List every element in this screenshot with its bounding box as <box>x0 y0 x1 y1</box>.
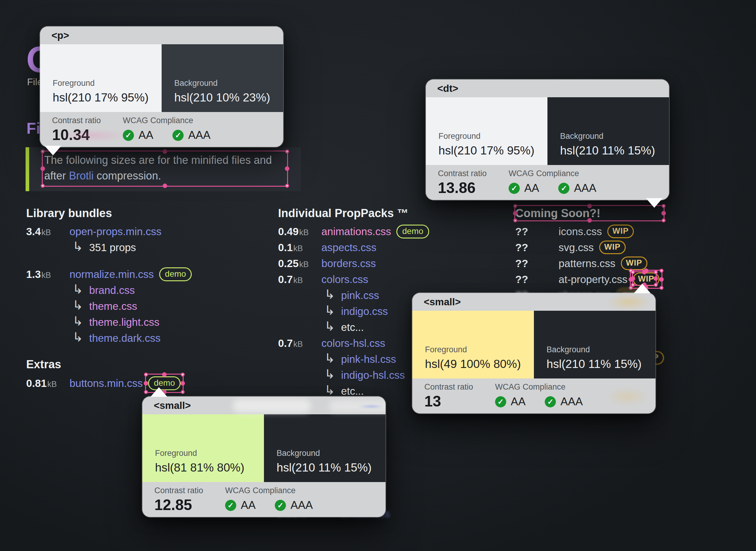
selection-handle[interactable] <box>144 390 148 394</box>
background-swatch: Background hsl(210 11% 15%) <box>547 97 669 165</box>
file-size: 3.4 <box>26 225 41 237</box>
file-size: 0.7 <box>278 273 293 285</box>
file-size-unit: kB <box>47 380 57 389</box>
foreground-swatch: Foreground hsl(49 100% 80%) <box>412 311 534 379</box>
contrast-tooltip-small-wip: <small> Foreground hsl(49 100% 80%) Back… <box>412 293 655 413</box>
file-size-unit: kB <box>293 244 303 253</box>
selection-handle[interactable] <box>628 277 633 282</box>
selection-handle[interactable] <box>162 372 167 377</box>
library-bundles-section: Library bundles 3.4kBopen-props.min.css↳… <box>26 207 237 346</box>
file-link[interactable]: pink-hsl.css <box>341 353 396 365</box>
file-link[interactable]: svg.css <box>559 241 594 253</box>
indent-arrow-icon: ↳ <box>324 319 335 334</box>
tooltip-footer: Contrast ratio 10.34 WCAG Compliance ✓AA… <box>40 112 283 147</box>
aa-label: AA <box>241 499 256 512</box>
file-size: 0.49 <box>278 225 299 237</box>
file-link[interactable]: open-props.min.css <box>70 225 161 237</box>
check-icon: ✓ <box>545 396 556 407</box>
tooltip-footer: Contrast ratio 13.86 WCAG Compliance ✓AA… <box>426 165 669 200</box>
foreground-swatch: Foreground hsl(81 81% 80%) <box>142 414 264 482</box>
badge-wrap: demo <box>159 267 192 281</box>
list-text: 351 props <box>89 241 136 253</box>
aaa-label: AAA <box>290 499 313 512</box>
file-size-unit: kB <box>299 260 309 269</box>
selection-handle[interactable] <box>659 277 664 282</box>
file-link[interactable]: theme.dark.css <box>89 332 160 344</box>
aa-label: AA <box>524 182 539 194</box>
selection-handle[interactable] <box>181 390 185 394</box>
list-item: ↳theme.light.css <box>26 314 237 330</box>
file-link[interactable]: patterns.css <box>559 257 615 269</box>
list-item: ??patterns.cssWIP <box>515 255 665 271</box>
file-link[interactable]: animations.css <box>321 225 391 237</box>
tooltip-footer: Contrast ratio 12.85 WCAG Compliance ✓AA… <box>142 482 386 517</box>
check-icon: ✓ <box>172 130 184 141</box>
check-icon: ✓ <box>558 183 569 194</box>
wip-badge: WIP <box>607 224 634 238</box>
brotli-link[interactable]: Brotli <box>69 169 94 182</box>
file-link[interactable]: borders.css <box>321 257 376 269</box>
file-link[interactable]: brand.css <box>89 284 135 296</box>
selection-handle[interactable] <box>181 381 185 385</box>
wip-badge: WIP <box>621 256 647 270</box>
selection-handle[interactable] <box>181 373 185 376</box>
frosted-blur-artifact <box>599 293 655 314</box>
contrast-ratio-value: 13 <box>424 393 495 410</box>
file-size-unit: kB <box>293 276 303 285</box>
list-item: ↳brand.css <box>26 282 237 298</box>
list-item: 1.3kBnormalize.min.cssdemo <box>26 266 237 282</box>
list-item: 3.4kBopen-props.min.css <box>26 223 237 239</box>
list-text: etc... <box>341 321 364 333</box>
list-item: 0.25kBborders.css <box>278 255 447 271</box>
file-link[interactable]: normalize.min.css <box>70 268 154 280</box>
tooltip-footer: Contrast ratio 13 WCAG Compliance ✓AA ✓A… <box>412 379 655 413</box>
file-link[interactable]: indigo.css <box>341 305 388 317</box>
background-swatch: Background hsl(210 10% 23%) <box>162 44 283 112</box>
frosted-blur-artifact <box>233 399 311 413</box>
file-link[interactable]: icons.css <box>559 225 602 237</box>
file-link[interactable]: colors.css <box>321 273 368 286</box>
file-link[interactable]: colors-hsl.css <box>321 337 385 349</box>
indent-arrow-icon: ↳ <box>73 330 83 345</box>
tooltip-header: <small> <box>412 293 655 311</box>
tooltip-header: <dt> <box>426 79 669 97</box>
file-link[interactable]: pink.css <box>341 290 379 302</box>
check-icon: ✓ <box>275 500 286 511</box>
list-item: ??icons.cssWIP <box>515 223 665 239</box>
foreground-value: hsl(81 81% 80%) <box>155 461 258 474</box>
file-link[interactable]: aspects.css <box>321 241 376 253</box>
file-link[interactable]: theme.css <box>89 300 137 312</box>
background-value: hsl(210 11% 15%) <box>277 461 380 474</box>
list-item: ↳351 props <box>26 239 237 255</box>
file-link[interactable]: theme.light.css <box>89 316 159 328</box>
check-icon: ✓ <box>123 130 134 141</box>
file-size-unit: kB <box>42 228 51 237</box>
background-value: hsl(210 11% 15%) <box>547 358 649 371</box>
tooltip-arrow-down <box>45 146 61 155</box>
indent-arrow-icon: ↳ <box>73 282 83 297</box>
badge-wrap: demo <box>396 224 429 238</box>
tooltip-arrow-up <box>634 284 651 293</box>
demo-badge[interactable]: demo <box>396 224 429 238</box>
file-size: 0.1 <box>278 241 293 253</box>
selection-handle[interactable] <box>144 381 148 385</box>
indent-arrow-icon: ↳ <box>324 303 335 318</box>
tooltip-header: <p> <box>40 26 283 44</box>
frosted-blur-artifact <box>353 405 386 408</box>
background-value: hsl(210 11% 15%) <box>560 144 663 157</box>
element-tag: <dt> <box>437 83 458 94</box>
aaa-label: AAA <box>560 395 583 408</box>
check-icon: ✓ <box>495 396 506 407</box>
background-swatch: Background hsl(210 11% 15%) <box>264 414 386 482</box>
file-link[interactable]: at-property.css <box>559 273 627 286</box>
unknown-size: ?? <box>515 273 528 285</box>
element-tag: <p> <box>51 30 69 41</box>
indent-arrow-icon: ↳ <box>324 351 335 366</box>
background-swatch: Background hsl(210 11% 15%) <box>534 311 655 379</box>
foreground-value: hsl(210 17% 95%) <box>53 91 156 104</box>
file-link[interactable]: indigo-hsl.css <box>341 369 405 381</box>
file-link[interactable]: buttons.min.css <box>70 377 143 389</box>
selection-handle[interactable] <box>144 373 148 376</box>
tooltip-arrow-down <box>646 198 663 208</box>
demo-badge[interactable]: demo <box>159 267 192 281</box>
